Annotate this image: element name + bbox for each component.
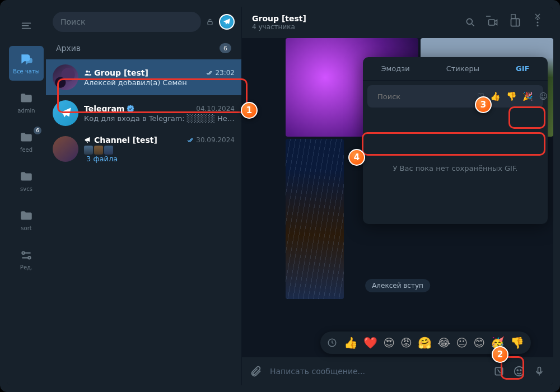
annotation-badge-4: 4 bbox=[348, 149, 365, 166]
read-checks-icon bbox=[206, 69, 214, 77]
emoji-item[interactable]: 👍 bbox=[344, 336, 358, 349]
svg-point-2 bbox=[28, 256, 30, 259]
emoji-item[interactable]: 🤗 bbox=[418, 336, 432, 349]
rail-label: Ред. bbox=[20, 264, 32, 270]
media-message[interactable] bbox=[286, 139, 344, 299]
reaction-party-icon[interactable]: 🎉 bbox=[522, 91, 533, 101]
search-input[interactable]: Поиск bbox=[53, 12, 201, 32]
group-icon bbox=[84, 69, 92, 77]
svg-point-6 bbox=[466, 18, 472, 24]
avatar bbox=[53, 100, 78, 126]
chat-subtitle: 4 участника bbox=[252, 23, 306, 31]
chat-preview: 3 файла bbox=[84, 146, 235, 163]
emoji-item[interactable]: 😍 bbox=[383, 336, 395, 349]
emoji-item[interactable]: 😡 bbox=[400, 336, 412, 349]
chat-files-text: 3 файла bbox=[86, 155, 118, 163]
minimize-button[interactable] bbox=[482, 10, 495, 23]
chat-preview: Алексей добавил(а) Семён bbox=[84, 78, 235, 87]
emoji-button[interactable] bbox=[513, 365, 525, 377]
rail-all-chats[interactable]: Все чаты bbox=[9, 46, 44, 81]
reaction-smile-icon[interactable]: ☺ bbox=[539, 91, 548, 101]
search-placeholder: Поиск bbox=[60, 17, 85, 26]
emoji-item[interactable]: 😐 bbox=[456, 336, 468, 349]
chat-list-column: Поиск Архив 6 Group [test] 23:02 Алексей… bbox=[46, 7, 242, 385]
annotation-badge-3: 3 bbox=[475, 96, 492, 113]
chat-preview: Код для входа в Telegram: ░░░░░ Не давай… bbox=[84, 114, 235, 123]
avatar bbox=[53, 136, 78, 162]
close-button[interactable] bbox=[531, 10, 544, 23]
file-thumb-icon bbox=[84, 146, 93, 155]
emoji-tab-emoji[interactable]: Эмодзи bbox=[376, 62, 414, 75]
voice-button[interactable] bbox=[533, 366, 545, 377]
commands-button[interactable] bbox=[493, 366, 505, 377]
archive-label: Архив bbox=[56, 44, 81, 53]
chat-item-telegram[interactable]: Telegram 04.10.2024 Код для входа в Tele… bbox=[46, 95, 241, 131]
maximize-button[interactable] bbox=[506, 10, 520, 23]
reaction-thumbsdown-icon[interactable]: 👎 bbox=[506, 91, 517, 101]
compose-bar: Написать сообщение... bbox=[242, 357, 553, 385]
chat-title: Group [test] bbox=[252, 14, 306, 23]
emoji-item[interactable]: ❤️ bbox=[363, 336, 377, 349]
folders-rail: Все чаты admin 6 feed svcs sort Ред. bbox=[7, 7, 46, 385]
svg-point-1 bbox=[22, 252, 24, 254]
svg-point-16 bbox=[517, 370, 518, 371]
chat-item-group-test[interactable]: Group [test] 23:02 Алексей добавил(а) Се… bbox=[46, 59, 241, 95]
menu-button[interactable] bbox=[15, 15, 38, 37]
chat-time-text: 23:02 bbox=[215, 69, 235, 77]
rail-folder-sort[interactable]: sort bbox=[9, 203, 44, 237]
chat-time-text: 30.09.2024 bbox=[196, 136, 235, 144]
rail-folder-admin[interactable]: admin bbox=[9, 85, 44, 120]
chat-name-text: Telegram bbox=[84, 104, 124, 113]
chat-name-text: Channel [test] bbox=[94, 136, 157, 144]
svg-rect-18 bbox=[538, 367, 541, 373]
chat-item-channel-test[interactable]: Channel [test] 30.09.2024 3 файла bbox=[46, 131, 241, 167]
search-row: Поиск bbox=[46, 7, 241, 37]
svg-point-15 bbox=[515, 367, 524, 376]
rail-label: svcs bbox=[20, 186, 32, 192]
rail-edit[interactable]: Ред. bbox=[9, 242, 44, 277]
file-thumb-icon bbox=[94, 146, 103, 155]
svg-point-5 bbox=[88, 71, 90, 72]
verified-icon bbox=[127, 105, 134, 113]
service-message: Алексей вступ bbox=[365, 279, 430, 292]
rail-label: admin bbox=[17, 108, 35, 114]
svg-point-4 bbox=[86, 70, 88, 72]
archive-row[interactable]: Архив 6 bbox=[46, 37, 241, 59]
lock-icon[interactable] bbox=[206, 17, 214, 26]
window-titlebar bbox=[473, 7, 553, 26]
avatar bbox=[53, 64, 78, 90]
gif-search-row: ♡ 👍 👎 🎉 ☺ ☹ bbox=[367, 85, 543, 108]
emoji-tab-stickers[interactable]: Стикеры bbox=[442, 62, 484, 75]
rail-folder-feed[interactable]: 6 feed bbox=[9, 124, 44, 159]
annotation-badge-1: 1 bbox=[241, 102, 258, 119]
chat-list: Group [test] 23:02 Алексей добавил(а) Се… bbox=[46, 59, 241, 385]
emoji-item[interactable]: 😊 bbox=[473, 336, 485, 349]
rail-folder-svcs[interactable]: svcs bbox=[9, 164, 44, 198]
telegram-logo-icon[interactable] bbox=[219, 14, 235, 30]
emoji-tab-gif[interactable]: GIF bbox=[511, 62, 534, 75]
chat-time-text: 04.10.2024 bbox=[196, 105, 235, 113]
message-input[interactable]: Написать сообщение... bbox=[270, 367, 485, 376]
svg-rect-0 bbox=[511, 14, 515, 18]
rail-label: Все чаты bbox=[13, 68, 39, 74]
read-checks-icon bbox=[187, 136, 195, 144]
emoji-panel: Эмодзи Стикеры GIF ♡ 👍 👎 🎉 ☺ ☹ У Вас пок… bbox=[363, 57, 548, 224]
svg-point-17 bbox=[520, 370, 521, 371]
attach-button[interactable] bbox=[250, 365, 262, 377]
annotation-badge-2: 2 bbox=[492, 346, 508, 363]
recent-icon bbox=[327, 338, 337, 348]
chat-main: Group [test] 4 участника Алексей вступ Э… bbox=[242, 7, 553, 385]
emoji-panel-tabs: Эмодзи Стикеры GIF bbox=[363, 57, 548, 81]
file-thumb-icon bbox=[104, 146, 113, 155]
channel-icon bbox=[84, 136, 92, 144]
svg-rect-3 bbox=[208, 21, 212, 25]
chat-name-text: Group [test] bbox=[94, 68, 148, 77]
emoji-item[interactable]: 👎 bbox=[510, 336, 524, 349]
reaction-thumbsup-icon[interactable]: 👍 bbox=[490, 91, 501, 101]
archive-count-badge: 6 bbox=[220, 43, 231, 53]
rail-label: sort bbox=[21, 225, 31, 231]
rail-badge: 6 bbox=[34, 127, 41, 134]
emoji-item[interactable]: 😂 bbox=[437, 336, 450, 349]
gif-search-input[interactable] bbox=[377, 92, 473, 101]
gif-empty-state: У Вас пока нет сохранённых GIF. bbox=[363, 112, 548, 224]
